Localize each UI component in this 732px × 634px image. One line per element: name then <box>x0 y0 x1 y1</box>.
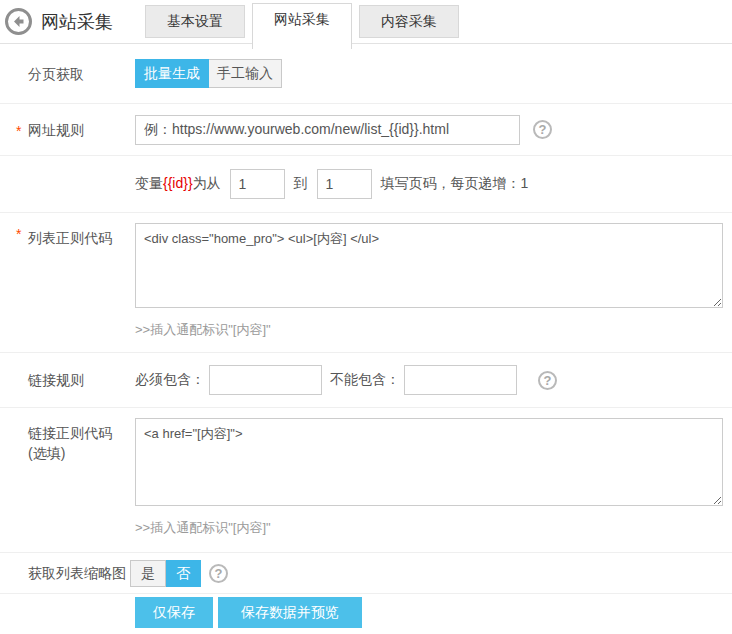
url-rule-label: *网址规则 <box>28 120 135 140</box>
tab-basic-settings[interactable]: 基本设置 <box>145 5 245 38</box>
help-icon[interactable]: ? <box>538 371 557 390</box>
save-preview-button[interactable]: 保存数据并预览 <box>218 597 362 628</box>
link-regex-label-optional: (选填) <box>28 443 135 463</box>
save-button[interactable]: 仅保存 <box>135 597 213 628</box>
variable-text-prefix: 变量{{id}}为从 <box>135 175 221 193</box>
pagination-toggle: 批量生成 手工输入 <box>135 59 282 88</box>
actions-row: 仅保存 保存数据并预览 <box>0 594 732 634</box>
must-contain-label: 必须包含： <box>135 371 205 389</box>
not-contain-input[interactable] <box>404 365 517 395</box>
page-to-input[interactable] <box>317 169 372 199</box>
must-contain-input[interactable] <box>209 365 322 395</box>
insert-wildcard-link[interactable]: >>插入通配标识"[内容]" <box>135 321 723 339</box>
pagination-option-batch[interactable]: 批量生成 <box>135 59 209 88</box>
help-icon[interactable]: ? <box>209 564 228 583</box>
help-icon[interactable]: ? <box>533 120 552 139</box>
pagination-label: 分页获取 <box>28 64 135 84</box>
page-header: 网站采集 基本设置 网站采集 内容采集 <box>0 0 732 44</box>
thumbnail-row: 获取列表缩略图 是 否 ? <box>0 553 732 594</box>
not-contain-label: 不能包含： <box>330 371 400 389</box>
tab-bar: 基本设置 网站采集 内容采集 <box>145 0 466 43</box>
variable-row: 变量{{id}}为从 到 填写页码，每页递增：1 <box>0 156 732 213</box>
link-regex-label: 链接正则代码 (选填) <box>28 418 135 552</box>
tab-content-collection[interactable]: 内容采集 <box>359 5 459 38</box>
back-icon[interactable] <box>5 8 32 35</box>
pagination-option-manual[interactable]: 手工输入 <box>209 59 282 88</box>
list-regex-textarea[interactable]: <div class="home_pro"> <ul>[内容] </ul> <box>135 223 723 308</box>
thumbnail-option-yes[interactable]: 是 <box>130 560 166 587</box>
required-mark: * <box>16 121 21 141</box>
url-rule-input[interactable] <box>135 115 520 145</box>
pagination-row: 分页获取 批量生成 手工输入 <box>0 44 732 104</box>
link-rule-label: 链接规则 <box>28 370 135 390</box>
url-rule-row: *网址规则 ? <box>0 104 732 156</box>
variable-to-label: 到 <box>294 175 308 193</box>
variable-text-suffix: 填写页码，每页递增：1 <box>381 175 529 193</box>
list-regex-row: *列表正则代码 <div class="home_pro"> <ul>[内容] … <box>0 213 732 353</box>
required-mark: * <box>16 224 21 244</box>
thumbnail-toggle: 是 否 <box>130 560 201 587</box>
insert-wildcard-link[interactable]: >>插入通配标识"[内容]" <box>135 519 723 537</box>
list-regex-label: *列表正则代码 <box>28 223 135 352</box>
thumbnail-option-no[interactable]: 否 <box>166 560 201 587</box>
page-title: 网站采集 <box>41 10 113 34</box>
page-from-input[interactable] <box>230 169 285 199</box>
tab-site-collection[interactable]: 网站采集 <box>252 3 352 49</box>
link-regex-textarea[interactable]: <a href="[内容]"> <box>135 418 723 506</box>
link-rule-row: 链接规则 必须包含： 不能包含： ? <box>0 353 732 408</box>
thumbnail-label: 获取列表缩略图 <box>28 563 130 583</box>
variable-name: {{id}} <box>163 175 193 191</box>
link-regex-row: 链接正则代码 (选填) <a href="[内容]"> >>插入通配标识"[内容… <box>0 408 732 553</box>
